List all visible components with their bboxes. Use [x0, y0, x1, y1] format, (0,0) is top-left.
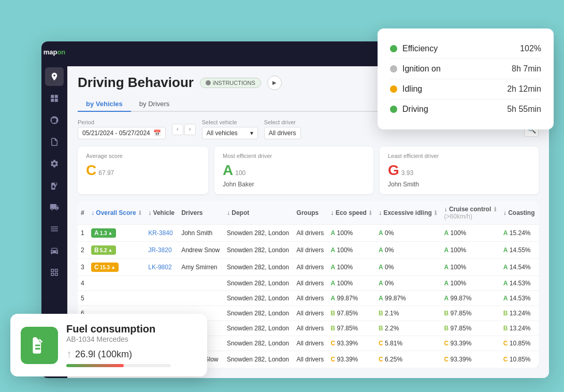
cell-vehicle[interactable]: JR-3820: [145, 242, 178, 259]
sidebar-item-fuel[interactable]: [45, 176, 64, 195]
ignition-value: 8h 7min: [512, 64, 541, 74]
cell-groups: All drivers: [294, 321, 328, 336]
info-icon: [206, 80, 211, 85]
date-nav: ‹ ›: [172, 124, 196, 135]
calendar-icon: 📅: [153, 129, 161, 137]
prev-date-button[interactable]: ‹: [172, 124, 183, 135]
grade-badge: B 5.2 ▲: [91, 245, 116, 255]
fuel-progress-fill: [66, 364, 124, 367]
col-overall-score[interactable]: ↓ Overall Score ℹ: [88, 201, 145, 225]
col-coasting[interactable]: ↓ Coasting: [500, 201, 539, 225]
period-input[interactable]: 05/21/2024 - 05/27/2024 📅: [78, 127, 166, 139]
instructions-button[interactable]: iNSTRUCTIONS: [200, 78, 261, 88]
fuel-progress-bar-container: [66, 364, 171, 367]
cell-vehicle: [145, 276, 178, 291]
cell-idling: C 5.81%: [375, 336, 441, 351]
driving-value: 5h 55min: [507, 105, 541, 114]
play-button[interactable]: ▶: [267, 76, 282, 90]
driver-select[interactable]: All drivers: [264, 127, 301, 139]
cell-coasting: B 13.24%: [500, 321, 539, 336]
cell-idling: A 0%: [375, 225, 441, 242]
cell-idling: C 6.25%: [375, 351, 441, 368]
most-efficient-card: Most efficient driver A 100 John Baker: [214, 147, 373, 194]
col-excessive-idling[interactable]: ↓ Excessive idling ℹ: [375, 201, 441, 225]
cell-rank: 3: [78, 259, 88, 276]
cell-coasting: A 14.54%: [500, 259, 539, 276]
sidebar-item-settings[interactable]: [45, 154, 64, 173]
cell-cruise: C 93.39%: [441, 336, 500, 351]
col-rank: #: [78, 201, 88, 225]
tab-by-vehicles[interactable]: by Vehicles: [78, 97, 131, 112]
period-filter: Period 05/21/2024 - 05/27/2024 📅: [78, 119, 166, 139]
least-grade-value: 3.93: [401, 169, 413, 177]
efficiency-dot: [390, 45, 397, 52]
table-row: 1A 1.3 ▲KR-3840John SmithSnowden 282, Lo…: [78, 225, 539, 242]
most-driver-name: John Baker: [223, 181, 365, 188]
cell-groups: All drivers: [294, 291, 328, 306]
cell-coasting: A 15.24%: [500, 225, 539, 242]
cell-cruise: B 97.85%: [441, 321, 500, 336]
cell-coasting: B 13.24%: [500, 306, 539, 321]
cell-eco-speed: B 97.85%: [328, 321, 376, 336]
cell-eco-speed: A 100%: [328, 276, 376, 291]
efficiency-row: Efficiency 102%: [390, 39, 541, 59]
driving-row: Driving 5h 55min: [390, 99, 541, 119]
vehicle-value: All vehicles: [207, 129, 238, 137]
cell-idling: B 2.2%: [375, 321, 441, 336]
cell-driver: Andrew Snow: [178, 242, 224, 259]
sidebar-item-grid[interactable]: [45, 263, 64, 282]
cell-vehicle[interactable]: LK-9802: [145, 259, 178, 276]
average-score-grade: C 67.97: [86, 162, 200, 179]
sidebar-item-dashboard[interactable]: [45, 89, 64, 108]
ignition-label: Ignition on: [402, 64, 441, 74]
vehicle-select[interactable]: All vehicles ▾: [202, 127, 258, 139]
efficiency-value: 102%: [520, 44, 541, 53]
next-date-button[interactable]: ›: [184, 124, 196, 135]
cell-eco-speed: C 93.39%: [328, 336, 376, 351]
table-row: 3C 15.3 ▲LK-9802Amy SmirrenSnowden 282, …: [78, 259, 539, 276]
sidebar-item-car[interactable]: [45, 241, 64, 260]
table-row: 4Snowden 282, LondonAll driversA 100%A 0…: [78, 276, 539, 291]
col-eco-speed[interactable]: ↓ Eco speed ℹ: [328, 201, 376, 225]
col-vehicle[interactable]: ↓ Vehicle: [145, 201, 178, 225]
sidebar-item-documents[interactable]: [45, 133, 64, 151]
cell-vehicle[interactable]: KR-3840: [145, 225, 178, 242]
driving-dot: [390, 106, 397, 113]
cell-vehicle: [145, 291, 178, 306]
sidebar-item-location[interactable]: [45, 111, 64, 129]
cell-idling: A 0%: [375, 259, 441, 276]
tab-by-drivers[interactable]: by Drivers: [131, 97, 178, 112]
cell-depot: Snowden 282, London: [224, 259, 294, 276]
average-score-card: Average score C 67.97: [78, 147, 208, 194]
efficiency-label: Efficiency: [402, 44, 438, 53]
cell-driver: [178, 291, 224, 306]
sidebar-item-truck[interactable]: [45, 198, 64, 216]
grade-badge: A 1.3 ▲: [91, 228, 116, 238]
fuel-title: Fuel consumption: [66, 323, 197, 335]
cell-coasting: C 10.85%: [500, 336, 539, 351]
col-cruise-control[interactable]: ↓ Cruise control ℹ(>60km/h): [441, 201, 500, 225]
cell-depot: Snowden 282, London: [224, 276, 294, 291]
cell-cruise: A 100%: [441, 276, 500, 291]
score-cards: Average score C 67.97 Most efficient dri…: [78, 147, 539, 194]
cell-groups: All drivers: [294, 276, 328, 291]
cell-coasting: A 14.53%: [500, 276, 539, 291]
driver-value: All drivers: [269, 129, 296, 137]
sidebar-item-map[interactable]: [45, 67, 64, 86]
cell-coasting: A 14.55%: [500, 242, 539, 259]
cell-eco-speed: A 100%: [328, 259, 376, 276]
least-grade-letter: G: [388, 162, 399, 179]
sidebar-item-list[interactable]: [45, 220, 64, 238]
app-background: mapon: [0, 0, 564, 392]
vehicle-chevron-icon: ▾: [250, 129, 253, 137]
most-efficient-label: Most efficient driver: [223, 153, 365, 159]
table-row: 5Snowden 282, LondonAll driversA 99.87%A…: [78, 291, 539, 306]
cell-depot: Snowden 282, London: [224, 242, 294, 259]
fuel-amount: 26.9l (100km): [75, 349, 132, 360]
cell-idling: A 99.87%: [375, 291, 441, 306]
cell-depot: Snowden 282, London: [224, 291, 294, 306]
cell-groups: All drivers: [294, 306, 328, 321]
col-depot[interactable]: ↓ Depot: [224, 201, 294, 225]
fuel-popup: Fuel consumption AB-1034 Mercedes ↑ 26.9…: [10, 314, 207, 376]
cell-idling: B 2.1%: [375, 306, 441, 321]
